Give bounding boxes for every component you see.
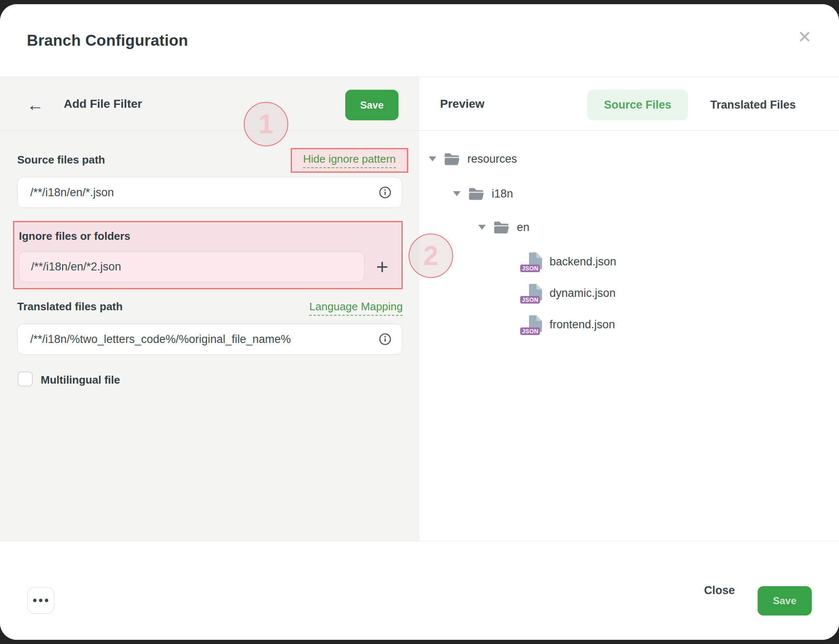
file-filter-panel: ← Add File Filter Save Source files path…	[0, 77, 420, 541]
tree-row-file[interactable]: JSON dynamic.json	[522, 284, 616, 302]
json-file-icon: JSON	[522, 284, 542, 302]
source-files-path-input[interactable]	[17, 177, 402, 208]
ellipsis-icon	[39, 599, 42, 602]
back-arrow-icon[interactable]: ←	[23, 93, 47, 117]
tree-item-label: frontend.json	[550, 318, 615, 331]
multilingual-file-label: Multilingual file	[41, 374, 120, 387]
hide-ignore-pattern-link[interactable]: Hide ignore pattern	[303, 153, 396, 168]
language-mapping-wrap: Language Mapping	[260, 300, 403, 316]
filter-title: Add File Filter	[64, 77, 142, 131]
filter-header: ← Add File Filter Save	[0, 77, 420, 131]
dialog-title: Branch Configuration	[27, 4, 188, 77]
json-file-icon: JSON	[522, 252, 542, 271]
translated-files-path-input[interactable]	[17, 324, 402, 355]
tree-item-label: dynamic.json	[550, 287, 616, 300]
folder-icon	[493, 221, 509, 234]
chevron-down-icon[interactable]	[453, 191, 461, 196]
tree-item-label: resources	[467, 153, 517, 166]
json-badge: JSON	[520, 265, 540, 272]
preview-panel: Preview Source Files Translated Files re…	[420, 77, 839, 541]
ellipsis-icon	[33, 599, 36, 602]
tree-row-file[interactable]: JSON frontend.json	[522, 315, 615, 334]
dialog-header: Branch Configuration ✕	[0, 4, 839, 77]
more-options-button[interactable]	[27, 587, 54, 614]
preview-title: Preview	[440, 77, 485, 131]
tree-item-label: backend.json	[550, 255, 616, 268]
tab-translated-files[interactable]: Translated Files	[694, 90, 812, 120]
preview-header: Preview Source Files Translated Files	[420, 77, 839, 131]
chevron-down-icon[interactable]	[478, 225, 486, 230]
ignore-files-label: Ignore files or folders	[19, 230, 130, 243]
language-mapping-link[interactable]: Language Mapping	[309, 300, 403, 316]
dialog-save-button[interactable]: Save	[758, 586, 812, 615]
ignore-pattern-input[interactable]	[19, 252, 365, 282]
tree-item-label: i18n	[492, 187, 513, 200]
filter-save-button[interactable]: Save	[345, 90, 399, 120]
close-icon[interactable]: ✕	[791, 23, 818, 50]
source-files-path-label: Source files path	[17, 153, 105, 166]
ellipsis-icon	[45, 599, 48, 602]
tree-row-folder[interactable]: i18n	[453, 184, 513, 203]
tree-row-folder[interactable]: resources	[429, 150, 517, 168]
json-badge: JSON	[520, 296, 540, 304]
dialog-footer: Close Save	[0, 541, 839, 640]
hide-ignore-highlight-box: Hide ignore pattern	[291, 148, 408, 173]
json-badge: JSON	[520, 327, 540, 335]
tree-row-folder[interactable]: en	[478, 218, 529, 236]
tab-source-files[interactable]: Source Files	[587, 90, 688, 120]
add-ignore-pattern-button[interactable]: +	[369, 253, 396, 280]
chevron-down-icon[interactable]	[429, 156, 436, 161]
json-file-icon: JSON	[522, 315, 542, 334]
multilingual-file-checkbox[interactable]	[18, 371, 33, 387]
folder-icon	[444, 152, 460, 166]
folder-icon	[468, 187, 484, 200]
tree-item-label: en	[517, 221, 529, 234]
translated-files-path-label: Translated files path	[17, 300, 122, 313]
info-icon[interactable]	[379, 186, 391, 199]
branch-configuration-dialog: Branch Configuration ✕ ← Add File Filter…	[0, 4, 839, 640]
ignore-pattern-highlight-box: Ignore files or folders +	[13, 221, 403, 289]
info-icon[interactable]	[379, 333, 391, 345]
close-button[interactable]: Close	[692, 541, 747, 640]
tree-row-file[interactable]: JSON backend.json	[522, 252, 616, 271]
